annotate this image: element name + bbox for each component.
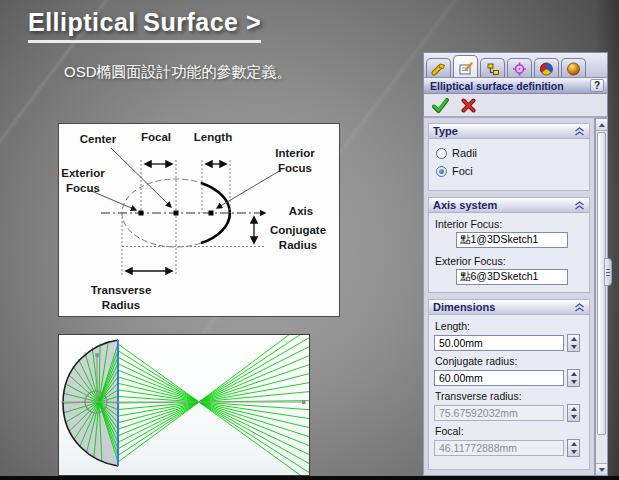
diagram-label-interior-focus: Interior Focus	[264, 146, 326, 176]
slide-bottom-bar	[0, 476, 619, 480]
spin-up-icon[interactable]	[568, 405, 579, 413]
appearance-icon	[539, 62, 554, 76]
radio-icon[interactable]	[436, 148, 447, 159]
ray-trace-image	[58, 334, 310, 476]
exterior-focus-input[interactable]	[456, 269, 568, 285]
section-type-title: Type	[433, 125, 458, 137]
scroll-up-icon[interactable]	[596, 119, 607, 131]
transverse-radius-label: Transverse radius:	[435, 390, 584, 402]
focal-input[interactable]	[434, 440, 564, 456]
parameter-diagram-image: Center Focal Length Interior Focus Exter…	[58, 123, 340, 317]
section-axis-title: Axis system	[433, 199, 497, 211]
tab-properties[interactable]	[453, 55, 478, 77]
diagram-label-axis: Axis	[289, 204, 313, 219]
transverse-radius-input[interactable]	[434, 405, 564, 421]
ray-trace-graphic	[59, 335, 309, 475]
diagram-label-focal: Focal	[141, 130, 171, 145]
spin-down-icon[interactable]	[568, 378, 579, 386]
exterior-focus-label: Exterior Focus:	[435, 255, 584, 267]
slide: Elliptical Surface > OSD橢圓面設計功能的參數定義。	[0, 0, 619, 480]
length-input[interactable]	[434, 335, 564, 351]
diagram-label-center: Center	[80, 132, 116, 147]
tab-reference-geometry[interactable]	[480, 58, 505, 77]
spin-down-icon[interactable]	[568, 413, 579, 421]
section-axis-system: Axis system Interior Focus: Exterior Foc…	[428, 197, 590, 293]
tab-features[interactable]	[426, 58, 451, 77]
transverse-radius-spinner[interactable]	[567, 404, 580, 422]
diagram-label-exterior-focus: Exterior Focus	[50, 166, 116, 196]
radio-option-radii[interactable]: Radii	[436, 147, 584, 159]
diagram-label-conjugate-radius: Conjugate Radius	[259, 223, 337, 253]
cancel-button close-icon[interactable]	[461, 98, 476, 113]
panel-title: Elliptical surface definition	[430, 80, 590, 92]
section-type-header: Type	[429, 124, 589, 139]
radio-label: Radii	[452, 147, 477, 159]
section-dimensions: Dimensions Length: Conjugate radius:	[428, 299, 590, 470]
spin-down-icon[interactable]	[568, 343, 579, 351]
panel-header: Elliptical surface definition ?	[423, 77, 608, 94]
section-dimensions-title: Dimensions	[433, 301, 495, 313]
length-spinner[interactable]	[567, 334, 580, 352]
section-type: Type Radii Foci	[428, 123, 590, 191]
spin-up-icon[interactable]	[568, 370, 579, 378]
interior-focus-label: Interior Focus:	[435, 218, 584, 230]
spin-down-icon[interactable]	[568, 448, 579, 456]
ok-button check-icon[interactable]	[432, 98, 449, 113]
spin-up-icon[interactable]	[568, 440, 579, 448]
page-subtitle: OSD橢圓面設計功能的參數定義。	[64, 63, 292, 82]
collapse-chevron-icon[interactable]	[574, 201, 585, 210]
panel-body: Type Radii Foci	[423, 118, 595, 476]
help-button[interactable]: ?	[590, 79, 604, 92]
wrench-icon	[431, 62, 447, 76]
panel-actions	[423, 94, 608, 118]
tab-material[interactable]	[561, 58, 586, 77]
panel-splitter-handle[interactable]	[604, 258, 612, 286]
conjugate-radius-spinner[interactable]	[567, 369, 580, 387]
spin-up-icon[interactable]	[568, 335, 579, 343]
property-manager-panel: Elliptical surface definition ? Type	[423, 52, 608, 476]
material-icon	[566, 62, 581, 76]
conjugate-radius-input[interactable]	[434, 370, 564, 386]
section-dimensions-header: Dimensions	[429, 300, 589, 315]
radio-label: Foci	[452, 165, 473, 177]
reference-geometry-icon	[485, 62, 500, 76]
focal-spinner[interactable]	[567, 439, 580, 457]
tab-origin[interactable]	[507, 58, 532, 77]
collapse-chevron-icon[interactable]	[574, 127, 585, 136]
radio-option-foci[interactable]: Foci	[436, 165, 584, 177]
section-axis-header: Axis system	[429, 198, 589, 213]
diagram-label-transverse-radius: Transverse Radius	[75, 283, 167, 313]
collapse-chevron-icon[interactable]	[574, 303, 585, 312]
panel-scrollbar[interactable]	[595, 118, 608, 476]
scroll-down-icon[interactable]	[596, 463, 607, 475]
radio-icon-selected[interactable]	[436, 166, 447, 177]
conjugate-radius-label: Conjugate radius:	[435, 355, 584, 367]
interior-focus-input[interactable]	[456, 232, 568, 248]
diagram-label-length: Length	[194, 130, 232, 145]
tab-appearance[interactable]	[534, 58, 559, 77]
page-title: Elliptical Surface >	[28, 8, 261, 43]
focal-label: Focal:	[435, 425, 584, 437]
target-icon	[512, 62, 527, 76]
property-manager-tabstrip	[423, 52, 608, 77]
length-label: Length:	[435, 320, 584, 332]
sketch-properties-icon	[458, 62, 473, 76]
